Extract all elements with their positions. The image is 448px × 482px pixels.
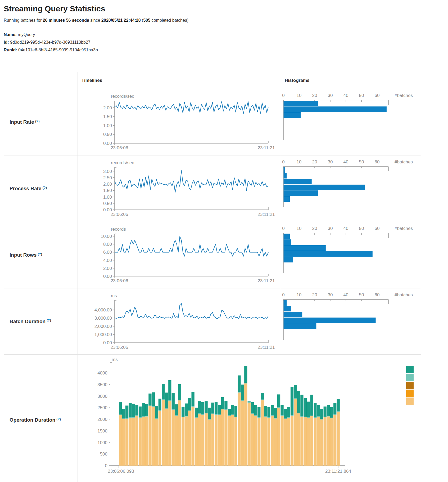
- axis-tick-label: 23:11:21.864: [325, 469, 351, 474]
- op-duration-segment-teal: [168, 380, 171, 400]
- batch-duration-histogram-cell: 0102030405060#batches: [281, 288, 421, 355]
- input-rate-hist-chart: 0102030405060#batches: [281, 89, 421, 155]
- op-duration-segment-light-teal: [251, 413, 254, 414]
- op-duration-segment-tan: [148, 406, 151, 466]
- help-icon[interactable]: (?): [38, 252, 42, 256]
- help-icon[interactable]: (?): [47, 318, 51, 322]
- axis-tick-label: 23:11:21: [258, 212, 275, 217]
- axis-tick-label: 2.50: [103, 175, 112, 180]
- axis-tick-label: 2500: [97, 405, 107, 410]
- process-rate-hist-bar: [284, 179, 312, 184]
- axis-tick-label: 30: [328, 292, 333, 297]
- runid-value: 04e101e6-8bf8-4165-9099-9104c951ba3b: [17, 48, 98, 52]
- op-duration-segment-light-teal: [221, 409, 224, 409]
- process-rate-hist-chart: 0102030405060#batches: [281, 155, 421, 222]
- legend-swatch-2: [406, 382, 414, 389]
- op-duration-segment-tan: [271, 416, 274, 466]
- op-duration-segment-light-teal: [145, 416, 148, 417]
- op-duration-segment-teal: [280, 405, 283, 416]
- axis-tick-label: 50: [359, 292, 364, 297]
- op-duration-segment-teal: [268, 407, 270, 418]
- op-duration-segment-teal: [251, 402, 254, 413]
- input-rate-hist-bar: [284, 101, 318, 106]
- axis-tick-label: #batches: [395, 93, 413, 98]
- op-duration-segment-teal: [310, 395, 313, 416]
- op-duration-segment-teal: [304, 398, 307, 417]
- op-duration-segment-tan: [284, 419, 287, 466]
- running-duration: 26 minutes 56 seconds: [43, 18, 89, 23]
- op-duration-segment-teal: [221, 397, 224, 409]
- process-rate-hist-bar: [284, 196, 290, 202]
- op-duration-segment-light-teal: [224, 409, 227, 410]
- row-label-text: Process Rate: [10, 186, 41, 191]
- op-duration-segment-light-teal: [139, 417, 142, 418]
- header-histograms: Histograms: [281, 72, 421, 89]
- op-duration-segment-teal: [314, 403, 316, 417]
- operation-duration-chart-cell: ms4000350030002500200015001000500023:06:…: [78, 355, 421, 482]
- process-rate-hist-bar: [284, 173, 287, 178]
- axis-tick-label: 3000: [97, 394, 107, 399]
- op-duration-segment-tan: [122, 419, 125, 466]
- batch-duration-hist-bar: [284, 318, 376, 323]
- help-icon[interactable]: (?): [35, 119, 40, 123]
- op-duration-segment-tan: [159, 411, 161, 466]
- axis-tick-label: 1500: [97, 429, 107, 434]
- process-rate-histogram-cell: 0102030405060#batches: [281, 155, 421, 222]
- op-duration-segment-tan: [208, 419, 211, 466]
- help-icon[interactable]: (?): [42, 186, 47, 190]
- op-duration-segment-tan: [218, 415, 221, 466]
- op-duration-segment-light-teal: [168, 400, 171, 401]
- op-duration-segment-teal: [192, 392, 194, 406]
- axis-tick-label: #batches: [395, 226, 413, 231]
- op-duration-segment-tan: [168, 401, 171, 466]
- input-rows-hist-bar: [284, 251, 373, 257]
- op-duration-segment-light-teal: [228, 416, 231, 416]
- legend-swatch-0: [406, 366, 414, 373]
- row-label-input-rows: Input Rows(?): [4, 222, 78, 288]
- axis-tick-label: 60: [375, 93, 380, 98]
- op-duration-segment-light-teal: [314, 417, 316, 418]
- op-duration-segment-light-teal: [211, 414, 214, 414]
- op-duration-segment-light-teal: [135, 415, 138, 416]
- op-duration-segment-teal: [188, 398, 191, 410]
- op-duration-segment-tan: [291, 416, 293, 466]
- op-duration-segment-teal: [261, 393, 264, 399]
- axis-tick-label: 8.00: [103, 242, 112, 247]
- op-duration-segment-light-teal: [327, 416, 330, 417]
- op-duration-segment-teal: [155, 406, 158, 418]
- op-duration-segment-teal: [195, 408, 198, 417]
- help-icon[interactable]: (?): [56, 417, 61, 421]
- axis-tick-label: 0: [282, 292, 284, 297]
- name-value: myQuery: [17, 32, 35, 37]
- op-duration-segment-tan: [333, 415, 336, 466]
- op-duration-segment-teal: [218, 405, 221, 414]
- op-duration-segment-tan: [317, 417, 320, 466]
- axis-tick-label: 4,000.00: [94, 307, 112, 313]
- op-duration-segment-light-teal: [175, 415, 178, 416]
- input-rows-histogram-cell: 0102030405060#batches: [281, 222, 421, 288]
- op-duration-segment-light-teal: [129, 417, 132, 418]
- op-duration-segment-tan: [142, 417, 145, 466]
- op-duration-segment-light-teal: [254, 415, 257, 416]
- op-duration-segment-light-teal: [132, 417, 135, 418]
- axis-tick-label: 20: [312, 226, 317, 231]
- process-rate-hist-bar: [284, 190, 318, 196]
- op-duration-segment-teal: [291, 387, 293, 415]
- op-duration-segment-teal: [148, 394, 151, 406]
- axis-tick-label: 50: [359, 159, 364, 164]
- op-duration-segment-tan: [182, 417, 184, 466]
- op-duration-segment-teal: [337, 399, 340, 411]
- op-duration-segment-light-teal: [304, 417, 307, 417]
- op-duration-segment-light-teal: [152, 406, 155, 407]
- op-duration-segment-light-teal: [218, 414, 221, 415]
- axis-tick-label: 0.50: [103, 132, 112, 137]
- op-duration-segment-tan: [244, 383, 247, 466]
- op-duration-segment-light-teal: [248, 402, 251, 403]
- axis-tick-label: 1.50: [103, 114, 112, 119]
- op-duration-segment-teal: [165, 392, 168, 408]
- op-duration-segment-teal: [182, 407, 184, 417]
- axis-tick-label: 500: [100, 452, 107, 457]
- axis-tick-label: ms: [111, 293, 117, 298]
- axis-tick-label: 10: [297, 226, 302, 231]
- op-duration-segment-light-teal: [201, 414, 204, 415]
